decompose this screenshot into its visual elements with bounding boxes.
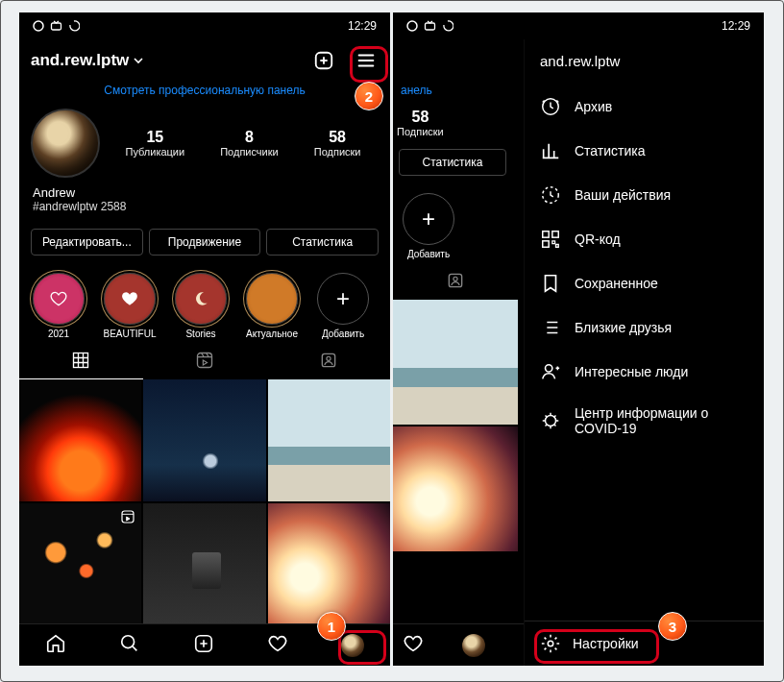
svg-point-10 [407,21,417,31]
svg-rect-3 [74,353,88,368]
tagged-icon [319,351,338,370]
create-button[interactable] [311,48,336,73]
highlight-item[interactable]: Stories [171,273,231,339]
svg-point-22 [548,641,553,646]
annotation-marker-3: 3 [658,612,687,641]
nav-profile[interactable] [462,634,485,657]
bookmark-icon [540,273,561,294]
moon-icon [192,290,209,307]
hamburger-icon [355,50,377,71]
archive-icon [540,96,561,117]
drawer-qr[interactable]: QR-код [525,217,764,261]
grid-icon [71,351,90,370]
status-time: 12:29 [348,19,377,33]
svg-point-14 [453,277,457,280]
heart-icon [49,289,68,308]
side-drawer: and.rew.lptw Архив Статистика Ваши дейст… [524,39,764,666]
posts-grid [19,379,390,626]
phone-screen-menu: 12:29 анель 58 Подписки Статистика +Доба… [393,12,764,666]
drawer-username: and.rew.lptw [525,39,764,85]
drawer-covid-info[interactable]: Центр информации о COVID-19 [525,394,764,448]
heart-icon [120,289,139,308]
drawer-settings[interactable]: Настройки [525,621,764,666]
svg-rect-4 [198,353,212,368]
chevron-down-icon [133,55,144,66]
svg-rect-17 [543,231,549,237]
drawer-activity[interactable]: Ваши действия [525,173,764,217]
drawer-saved[interactable]: Сохраненное [525,261,764,305]
post-thumbnail[interactable] [268,503,390,625]
highlight-item[interactable]: 2021 [29,273,88,339]
tv-icon [424,20,436,32]
reels-badge-icon [120,509,135,524]
svg-rect-19 [543,241,549,247]
covid-icon [540,410,561,431]
nav-activity[interactable] [267,633,288,658]
svg-rect-7 [122,511,134,523]
pro-panel-link[interactable]: Смотреть профессиональную панель [19,82,390,103]
heart-icon [403,633,424,654]
post-thumbnail[interactable] [19,379,141,501]
status-bar: 12:29 [19,12,390,39]
drawer-insights[interactable]: Статистика [525,129,764,173]
nav-create[interactable] [193,633,214,658]
annotation-marker-1: 1 [317,612,346,641]
promote-button[interactable]: Продвижение [149,229,261,256]
qr-icon [540,229,561,250]
circle-icon [406,20,418,32]
highlight-item[interactable]: Актуальное [242,273,302,339]
add-highlight-button[interactable]: +Добавить [313,273,373,339]
nav-home[interactable] [45,633,66,658]
drawer-archive[interactable]: Архив [525,85,764,129]
nav-search[interactable] [119,633,140,658]
avatar-icon [462,634,485,657]
plus-square-icon [313,50,334,71]
gear-icon [540,633,561,654]
nav-activity[interactable] [403,633,424,658]
stat-posts[interactable]: 15 Публикации [126,129,185,158]
list-icon [540,317,561,338]
highlights-row: 2021 BEAUTIFUL Stories Актуальное +Добав… [19,263,390,341]
plus-square-icon [193,633,214,654]
post-thumbnail[interactable] [19,503,141,625]
drawer-discover-people[interactable]: Интересные люди [525,350,764,394]
add-highlight-button[interactable]: +Добавить [399,193,458,259]
tagged-icon [446,271,465,290]
stat-following[interactable]: 58 Подписки [314,129,361,158]
svg-rect-1 [52,23,61,30]
tab-grid[interactable] [19,341,143,379]
post-thumbnail[interactable] [393,300,518,425]
spiral-icon [442,20,453,32]
add-person-icon [540,361,561,382]
hamburger-menu-button[interactable] [354,48,379,73]
reels-icon [195,351,214,370]
highlight-item[interactable]: BEAUTIFUL [100,273,159,339]
post-thumbnail[interactable] [143,379,265,501]
post-thumbnail[interactable] [143,503,265,625]
tab-reels[interactable] [143,341,267,379]
activity-icon [540,184,561,206]
home-icon [45,633,66,654]
insights-button[interactable]: Статистика [266,229,379,256]
heart-icon [267,633,288,654]
post-thumbnail[interactable] [393,426,518,551]
edit-profile-button[interactable]: Редактировать... [31,229,143,256]
profile-tabs [19,341,390,379]
svg-point-8 [122,635,135,647]
insights-button[interactable]: Статистика [399,149,506,176]
profile-avatar[interactable] [31,109,100,178]
bio-text: #andrewlptw 2588 [33,200,377,213]
phone-screen-profile: 12:29 and.rew.lptw Смотреть профессионал… [19,12,390,666]
svg-rect-18 [552,231,558,237]
stat-followers[interactable]: 8 Подписчики [220,129,279,158]
username-switcher[interactable]: and.rew.lptw [31,51,144,70]
tab-tagged[interactable] [393,261,518,300]
svg-point-6 [327,356,331,360]
drawer-close-friends[interactable]: Близкие друзья [525,305,764,350]
nav-profile[interactable] [341,634,364,657]
tab-tagged[interactable] [266,341,390,379]
status-time: 12:29 [722,19,750,33]
stat-following[interactable]: 58 Подписки [397,109,444,137]
post-thumbnail[interactable] [268,379,390,501]
profile-header: and.rew.lptw [19,39,390,82]
